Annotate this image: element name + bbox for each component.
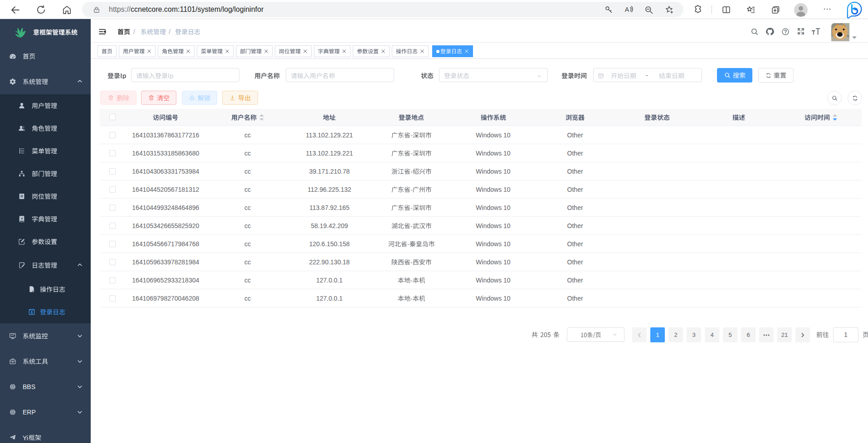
svg-text:A: A: [625, 6, 629, 13]
